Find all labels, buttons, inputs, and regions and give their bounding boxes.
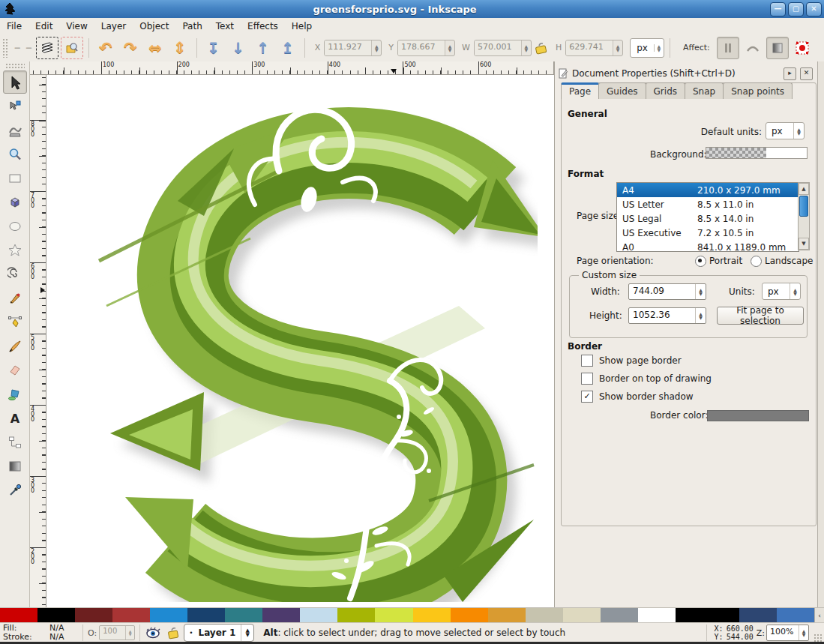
palette-swatch[interactable] <box>601 608 638 623</box>
affect-gradient-toggle[interactable] <box>766 37 789 59</box>
toolbar-grip[interactable] <box>2 38 8 58</box>
page-size-list[interactable]: A4210.0 x 297.0 mmUS Letter8.5 x 11.0 in… <box>616 182 799 252</box>
units-dropdown[interactable]: px▲▼ <box>630 38 664 58</box>
palette-swatch[interactable] <box>0 608 37 623</box>
palette-swatch[interactable] <box>413 608 451 623</box>
palette-swatch[interactable] <box>451 608 488 623</box>
y-field[interactable]: 178.667▲▼ <box>397 40 455 56</box>
tab-grids[interactable]: Grids <box>646 82 685 99</box>
affect-move-toggle[interactable] <box>717 37 739 59</box>
background-color-swatch[interactable] <box>706 147 808 159</box>
menu-help[interactable]: Help <box>285 19 319 33</box>
palette-swatch[interactable] <box>262 608 300 623</box>
close-button[interactable]: ✕ <box>806 2 822 16</box>
select-all-layers-button[interactable] <box>61 37 83 59</box>
tool-pen[interactable] <box>3 310 27 334</box>
custom-units-dropdown[interactable]: px▲▼ <box>762 283 801 300</box>
tab-snap[interactable]: Snap <box>685 82 724 99</box>
border-color-swatch[interactable] <box>707 410 809 421</box>
tool-calligraphy[interactable] <box>3 334 27 358</box>
palette-swatch[interactable] <box>375 608 412 623</box>
rotate-ccw-button[interactable]: ↶ <box>94 37 117 59</box>
opacity-field[interactable]: 100▲▼ <box>99 625 135 640</box>
palette-swatch[interactable] <box>777 608 814 623</box>
flip-horizontal-button[interactable]: ⇔ <box>144 37 166 59</box>
tool-tweak[interactable] <box>3 118 27 142</box>
scroll-down-arrow[interactable]: ▼ <box>799 238 809 250</box>
page-size-row-us-letter[interactable]: US Letter8.5 x 11.0 in <box>617 197 799 211</box>
scrollbar-thumb[interactable] <box>799 196 808 217</box>
raise-to-top-button[interactable]: ↥ <box>277 37 299 59</box>
menu-effects[interactable]: Effects <box>241 19 285 33</box>
palette-swatch[interactable] <box>300 608 337 623</box>
lower-button[interactable]: ↓ <box>227 37 250 59</box>
tool-text[interactable]: A <box>3 406 27 430</box>
default-units-dropdown[interactable]: px▲▼ <box>766 122 805 139</box>
select-all-button[interactable] <box>36 37 58 59</box>
palette-swatch[interactable] <box>150 608 187 623</box>
tab-snap-points[interactable]: Snap points <box>723 82 793 99</box>
flip-vertical-button[interactable]: ⇕ <box>169 37 191 59</box>
w-field[interactable]: 570.001▲▼ <box>474 40 532 56</box>
canvas[interactable] <box>46 75 554 607</box>
tab-page[interactable]: Page <box>561 82 599 99</box>
page-size-row-a4[interactable]: A4210.0 x 297.0 mm <box>617 183 799 197</box>
page-size-row-a0[interactable]: A0841.0 x 1189.0 mm <box>617 240 799 252</box>
dock-scrollbar[interactable] <box>817 61 824 607</box>
tool-spiral[interactable] <box>3 262 27 286</box>
menu-view[interactable]: View <box>59 19 94 33</box>
layer-selector[interactable]: • Layer 1 ▲▼ <box>184 624 254 642</box>
layer-lock-icon[interactable] <box>166 626 181 640</box>
maximize-button[interactable]: ▢ <box>788 2 804 16</box>
h-field[interactable]: 629.741▲▼ <box>565 40 623 56</box>
palette-swatch[interactable] <box>225 608 262 623</box>
menu-layer[interactable]: Layer <box>94 19 133 33</box>
stroke-value[interactable]: N/A <box>49 633 64 642</box>
tool-dropper[interactable] <box>3 478 27 502</box>
tool-node-editor[interactable] <box>3 94 27 118</box>
menu-file[interactable]: File <box>0 19 28 33</box>
page-size-scrollbar[interactable]: ▲ ▼ <box>798 182 810 250</box>
page-size-row-us-executive[interactable]: US Executive7.2 x 10.5 in <box>617 226 799 240</box>
landscape-radio[interactable] <box>751 256 762 267</box>
tool-connector[interactable] <box>3 430 27 454</box>
checkbox-border-on-top-of-drawing[interactable] <box>581 373 593 385</box>
palette-scroll-left-arrow[interactable]: ‹ <box>814 608 824 623</box>
zoom-field[interactable]: 100%▲▼ <box>766 625 809 641</box>
dialog-menu-button[interactable]: ▸ <box>784 67 796 80</box>
rotate-cw-button[interactable]: ↷ <box>119 37 142 59</box>
palette-swatch[interactable] <box>676 608 739 623</box>
palette-swatch[interactable] <box>337 608 375 623</box>
height-field[interactable]: 1052.36▲▼ <box>628 307 706 324</box>
menu-path[interactable]: Path <box>175 19 208 33</box>
raise-button[interactable]: ↑ <box>252 37 274 59</box>
lower-to-bottom-button[interactable]: ↧ <box>202 37 225 59</box>
tool-rectangle[interactable] <box>3 166 27 190</box>
tool-gradient[interactable] <box>3 454 27 478</box>
vertical-ruler[interactable]: 800700600500400300200 <box>30 75 46 607</box>
tool-paint-bucket[interactable] <box>3 382 27 406</box>
tool-ellipse[interactable] <box>3 214 27 238</box>
palette-swatch[interactable] <box>488 608 526 623</box>
toolbox-grip[interactable] <box>5 63 25 68</box>
menu-edit[interactable]: Edit <box>28 19 59 33</box>
x-field[interactable]: 111.927▲▼ <box>324 40 382 56</box>
checkbox-show-page-border[interactable] <box>581 355 593 367</box>
affect-corners-toggle[interactable] <box>742 37 764 59</box>
fit-page-button[interactable]: Fit page to selection <box>717 307 804 325</box>
minimize-button[interactable]: — <box>770 2 786 16</box>
tool-star[interactable] <box>3 238 27 262</box>
tool-pencil[interactable] <box>3 286 27 310</box>
palette-swatch[interactable] <box>638 608 676 623</box>
horizontal-ruler[interactable]: 100200300400500600 <box>30 61 554 75</box>
layer-visibility-eye-icon[interactable] <box>145 627 161 639</box>
portrait-radio[interactable] <box>695 256 706 267</box>
tab-guides[interactable]: Guides <box>598 82 646 99</box>
scroll-up-arrow[interactable]: ▲ <box>799 183 809 195</box>
page-size-row-us-legal[interactable]: US Legal8.5 x 14.0 in <box>617 211 799 226</box>
tool-eraser[interactable] <box>3 358 27 382</box>
palette-swatch[interactable] <box>563 608 601 623</box>
palette-swatch[interactable] <box>526 608 563 623</box>
width-field[interactable]: 744.09▲▼ <box>628 283 706 300</box>
palette-swatch[interactable] <box>75 608 112 623</box>
